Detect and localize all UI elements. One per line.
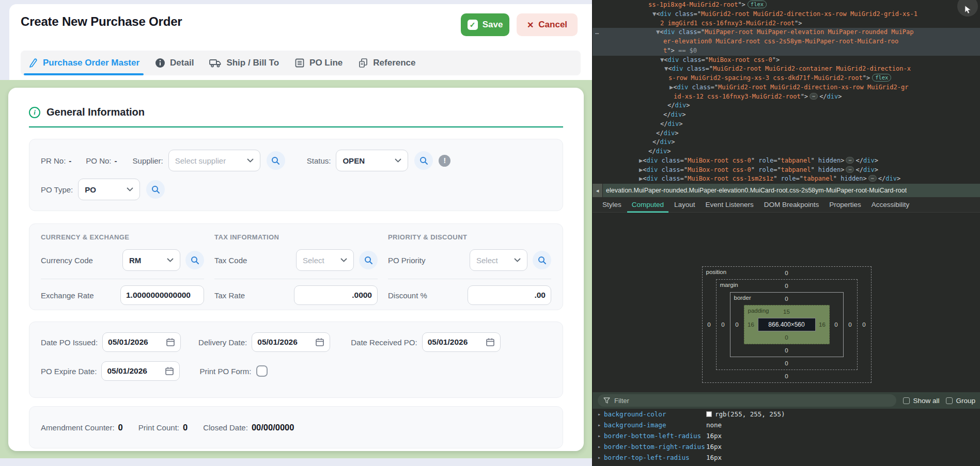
show-all-checkbox[interactable]: [903, 397, 910, 404]
tab-ship-bill-to[interactable]: Ship / Bill To: [209, 51, 279, 75]
dom-tree-line[interactable]: </div>: [593, 129, 980, 138]
tab-po-line[interactable]: PO Line: [294, 51, 343, 75]
breadcrumb-scroll-left-button[interactable]: ◂: [593, 184, 603, 197]
computed-property-row[interactable]: ▸background-colorrgb(255, 255, 255): [593, 409, 980, 420]
devtools-tab-dom-breakpoints[interactable]: DOM Breakpoints: [759, 197, 824, 213]
color-swatch: [706, 411, 712, 417]
search-icon: [191, 256, 199, 265]
expand-arrow-icon[interactable]: ▸: [598, 411, 604, 417]
closed-date-label: Closed Date:: [203, 423, 248, 432]
tax-rate-input[interactable]: .0000: [294, 285, 378, 305]
po-no-label: PO No:: [86, 156, 111, 165]
devtools-tab-computed[interactable]: Computed: [627, 197, 668, 213]
dom-tree-line[interactable]: ▶<div class="MuiBox-root css-0" role="ta…: [593, 166, 980, 175]
exchange-rate-input[interactable]: 1.0000000000000: [120, 285, 204, 305]
dom-tree-line[interactable]: </div>: [593, 147, 980, 156]
info-circle-icon: [155, 58, 165, 68]
computed-property-row[interactable]: ▸border-bottom-right-radius16px: [593, 441, 980, 452]
box-model-content-size[interactable]: 866.400×560: [758, 318, 816, 331]
flex-badge[interactable]: flex: [748, 1, 767, 8]
tab-reference[interactable]: Reference: [358, 51, 415, 75]
computed-property-row[interactable]: ▸border-bottom-left-radius16px: [593, 430, 980, 441]
supplier-select[interactable]: Select supplier: [168, 150, 260, 171]
dom-tree-line[interactable]: </div>: [593, 138, 980, 147]
truck-icon: [209, 58, 222, 68]
status-search-button[interactable]: [414, 151, 433, 170]
dom-tree-line[interactable]: s-row MuiGrid2-spacing-xs-3 css-dkd71f-M…: [593, 74, 980, 83]
computed-property-row[interactable]: ▸background-imagenone: [593, 420, 980, 430]
currency-code-select[interactable]: RM: [122, 249, 180, 271]
dom-tree-line[interactable]: ▼<div class="MuiBox-root css-0">: [593, 56, 980, 65]
border-top-value: 0: [785, 296, 788, 302]
po-type-select[interactable]: PO: [78, 179, 140, 200]
status-select[interactable]: OPEN: [336, 150, 408, 171]
amendment-counter-label: Amendment Counter:: [41, 423, 115, 432]
tab-detail[interactable]: Detail: [155, 51, 194, 75]
discount-input[interactable]: .00: [468, 285, 551, 305]
currency-header: CURRENCY & EXCHANGE: [41, 233, 204, 241]
dom-tree-line[interactable]: …▼<div class="MuiPaper-root MuiPaper-ele…: [593, 28, 980, 37]
expand-arrow-icon[interactable]: ▸: [598, 444, 604, 449]
padding-left-value: 16: [744, 322, 758, 328]
delivery-date-input[interactable]: 05/01/2026: [252, 332, 330, 352]
flex-badge[interactable]: flex: [872, 74, 891, 82]
print-po-form-label: Print PO Form:: [199, 367, 251, 376]
margin-bottom-value: 0: [785, 360, 788, 366]
cancel-button[interactable]: ✕ Cancel: [517, 13, 578, 36]
devtools-tab-event-listeners[interactable]: Event Listeners: [701, 197, 758, 213]
dom-tree-line[interactable]: ss-1pi8xg4-MuiGrid2-root">flex: [593, 1, 980, 10]
dom-tree-line[interactable]: ▶<div class="MuiBox-root css-1sm2s1z" ro…: [593, 174, 980, 184]
expand-ellipsis-badge[interactable]: ⋯: [846, 166, 854, 173]
devtools-tab-styles[interactable]: Styles: [598, 197, 626, 213]
group-checkbox[interactable]: [946, 397, 953, 404]
expand-arrow-icon[interactable]: ▸: [598, 455, 604, 460]
group-toggle[interactable]: Group: [946, 397, 975, 405]
dom-tree-line[interactable]: er-elevation0 MuiCard-root css-2s58ym-Mu…: [593, 37, 980, 46]
box-model-position-layer[interactable]: position0 0 margin0 0 border0 0: [702, 266, 872, 383]
print-po-form-checkbox[interactable]: [256, 365, 268, 377]
devtools-tab-properties[interactable]: Properties: [825, 197, 866, 213]
dom-tree-line[interactable]: ▼<div class="MuiGrid2-root MuiGrid2-cont…: [593, 65, 980, 74]
amendment-counter-value: 0: [118, 423, 123, 432]
show-all-toggle[interactable]: Show all: [903, 397, 939, 405]
dom-tree-line[interactable]: </div>: [593, 110, 980, 120]
po-priority-search-button[interactable]: [533, 251, 551, 269]
tax-code-select[interactable]: Select: [296, 249, 354, 271]
devtools-tab-accessibility[interactable]: Accessibility: [867, 197, 914, 213]
box-model-padding-layer[interactable]: padding15 16 866.400×560 16 0: [744, 305, 830, 344]
dom-tree-line[interactable]: 2 imgGird1 css-16fnxy3-MuiGrid2-root">: [593, 19, 980, 28]
section-underline: [29, 126, 563, 127]
currency-search-button[interactable]: [185, 251, 204, 269]
dom-tree-line[interactable]: t"> == $0: [593, 46, 980, 56]
dom-tree-line[interactable]: ▶<div class="MuiBox-root css-0" role="ta…: [593, 156, 980, 166]
po-priority-select[interactable]: Select: [470, 249, 527, 271]
save-button[interactable]: ✓ Save: [461, 13, 509, 36]
dom-tree-line[interactable]: id-xs-12 css-16fnxy3-MuiGrid2-root">⋯</d…: [593, 92, 980, 102]
tab-purchase-order-master[interactable]: Purchase Order Master: [28, 51, 139, 75]
expand-ellipsis-badge[interactable]: ⋯: [810, 93, 818, 100]
box-model-border-layer[interactable]: border0 0 padding15 16 866.400×560 16: [730, 292, 844, 357]
dom-tree-line[interactable]: ▶<div class="MuiGrid2-root MuiGrid2-dire…: [593, 83, 980, 92]
computed-property-row[interactable]: ▸border-top-left-radius16px: [593, 452, 980, 463]
expand-ellipsis-badge[interactable]: ⋯: [868, 175, 877, 182]
date-po-issued-input[interactable]: 05/01/2026: [102, 332, 181, 352]
breadcrumb-selected-node[interactable]: elevation.MuiPaper-rounded.MuiPaper-elev…: [603, 187, 907, 194]
date-received-po-input[interactable]: 05/01/2026: [422, 332, 501, 352]
dom-node-overflow-dots[interactable]: …: [595, 28, 599, 37]
box-model-margin-layer[interactable]: margin0 0 border0 0 padding15: [716, 279, 858, 370]
po-expire-date-input[interactable]: 05/01/2026: [101, 361, 180, 381]
supplier-search-button[interactable]: [267, 151, 285, 170]
po-type-search-button[interactable]: [146, 180, 165, 199]
dom-tree-line[interactable]: </div>: [593, 101, 980, 110]
computed-property-value: 16px: [706, 432, 722, 440]
tax-code-search-button[interactable]: [359, 251, 378, 269]
expand-arrow-icon[interactable]: ▸: [598, 422, 604, 428]
dom-tree-line[interactable]: ▼<div class="MuiGrid2-root MuiGrid2-dire…: [593, 10, 980, 19]
expand-arrow-icon[interactable]: ▸: [598, 433, 604, 439]
box-model-diagram: position0 0 margin0 0 border0 0: [593, 213, 980, 392]
dom-tree-line[interactable]: </div>: [593, 120, 980, 129]
delivery-date-label: Delivery Date:: [198, 338, 247, 347]
devtools-tab-layout[interactable]: Layout: [670, 197, 700, 213]
expand-ellipsis-badge[interactable]: ⋯: [846, 157, 854, 164]
filter-input[interactable]: Filter: [598, 394, 896, 407]
